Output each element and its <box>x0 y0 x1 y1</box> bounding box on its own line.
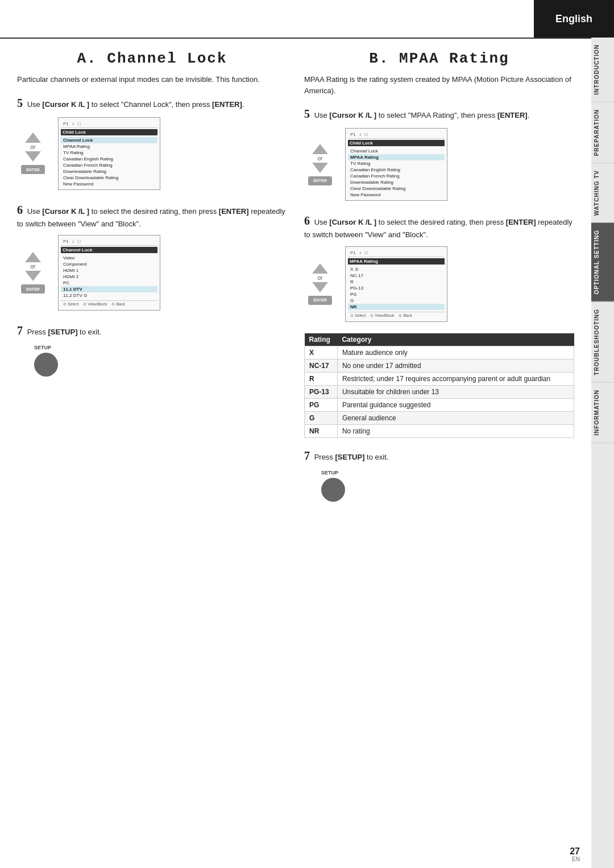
mpaa-step6-text: Use [Cursor K /L ] to select the desired… <box>304 218 572 239</box>
table-row: X Mature audience only <box>305 346 574 359</box>
enter-button-icon: ENTER <box>21 165 45 174</box>
mpaa-step5-header: 5 Use [Cursor K /L ] to select "MPAA Rat… <box>304 105 574 122</box>
category-value-nc17: No one under 17 admitted <box>337 359 574 372</box>
bottom-select: ⊙ Select <box>63 302 78 307</box>
menu-new-password: New Password <box>61 181 157 187</box>
screen-title-mpaa-rating: MPAA Rating <box>348 258 445 264</box>
sidebar-tab-optional[interactable]: OPTIONAL SETTING <box>591 223 614 302</box>
mpaa-menu-canadian-french: Canadian French Rating <box>348 173 445 179</box>
rating-value-r: R <box>305 372 338 385</box>
main-content: A. Channel Lock Particular channels or e… <box>0 39 591 524</box>
arrow-up-icon-2 <box>25 252 41 262</box>
arrow-up-icon-4 <box>312 263 328 274</box>
menu-11-1-dtv: 11.1 DTV <box>61 286 157 292</box>
remote-control-step5: or ENTER <box>17 133 49 174</box>
menu-canadian-french: Canadian French Rating <box>61 162 157 168</box>
rating-r: R <box>348 279 445 285</box>
mpaa-step6-number: 6 <box>304 212 310 229</box>
arrow-down-icon-3 <box>312 163 328 173</box>
rating-g: G <box>348 297 445 304</box>
table-header-rating: Rating <box>305 333 338 346</box>
screen-title-channellock: Channel Lock <box>61 247 157 253</box>
channel-lock-title: A. Channel Lock <box>17 50 287 67</box>
remote-control-mpaa-step5: or ENTER <box>304 144 336 185</box>
music-icon-2: ♪ <box>72 239 74 244</box>
rating-value-g: G <box>305 411 338 424</box>
sidebar-tab-watching[interactable]: WATCHING TV <box>591 163 614 223</box>
sidebar-tab-troubleshooting[interactable]: TROUBLESHOOTING <box>591 302 614 383</box>
mpaa-rating-intro: MPAA Rating is the rating system created… <box>304 74 574 96</box>
menu-channel-lock: Channel Lock <box>61 137 157 143</box>
table-row: G General audience <box>305 411 574 424</box>
sidebar-tab-information[interactable]: INFORMATION <box>591 383 614 443</box>
mpaa-menu-clear-downloadable: Clear Downloadable Rating <box>348 185 445 192</box>
enter-button-icon-3: ENTER <box>308 176 332 185</box>
table-row: PG-13 Unsuitable for children under 13 <box>305 385 574 398</box>
mpaa-step5-number: 5 <box>304 105 310 122</box>
mpaa-step7-text: Press [SETUP] to exit. <box>314 453 389 461</box>
mpaa-menu-tv-rating: TV Rating <box>348 160 445 167</box>
category-value-x: Mature audience only <box>337 346 574 359</box>
step5-header: 5 Use [Cursor K /L ] to select "Channel … <box>17 94 287 111</box>
settings-icon-2: □ <box>78 239 81 244</box>
step6-visual: or ENTER P1 ♪ □ Channel Lock Video Compo… <box>17 235 287 311</box>
rating-nc17: NC-17 <box>348 272 445 279</box>
menu-canadian-english: Canadian English Rating <box>61 156 157 162</box>
p1-icon-3: P1 <box>350 132 356 137</box>
screen-title-childlock-mpaa: Child Lock <box>348 140 445 146</box>
sidebar-tab-introduction[interactable]: INTRODUCTION <box>591 38 614 102</box>
mpaa-step6-visual: or ENTER P1 ♪ □ MPAA Rating X ⊙ NC-17 <box>304 246 574 322</box>
mpaa-step7-header: 7 Press [SETUP] to exit. <box>304 447 574 464</box>
p1-icon: P1 <box>63 121 69 126</box>
mpaa-bottom-viewblock: ⊙ View/Block <box>370 313 394 318</box>
right-sidebar: INTRODUCTION PREPARATION WATCHING TV OPT… <box>591 38 614 868</box>
menu-tv-rating: TV Rating <box>61 150 157 156</box>
music-icon-3: ♪ <box>359 132 362 137</box>
p1-icon-2: P1 <box>63 239 69 244</box>
menu-video: Video <box>61 255 157 261</box>
rating-pg: PG <box>348 291 445 297</box>
remote-control-step6: or ENTER <box>17 252 49 294</box>
rating-nr: NR <box>348 304 445 310</box>
page-number: 27 <box>570 846 580 857</box>
setup-button-right <box>321 478 345 502</box>
arrow-down-icon-2 <box>25 271 41 281</box>
table-header-category: Category <box>337 333 574 346</box>
menu-hdmi1: HDMI 1 <box>61 267 157 274</box>
mpaa-menu-downloadable: Downloadable Rating <box>348 179 445 185</box>
mpaa-step7: 7 Press [SETUP] to exit. SETUP <box>304 447 574 502</box>
mpaa-rating-table: Rating Category X Mature audience only N… <box>304 333 574 438</box>
menu-hdmi2: HDMI 2 <box>61 274 157 280</box>
screen-step5-left: P1 ♪ □ Child Lock Channel Lock MPAA Rati… <box>58 117 160 190</box>
screen-icons-4: P1 ♪ □ <box>348 249 445 257</box>
page-en: EN <box>572 856 580 862</box>
arrow-down-icon <box>25 151 41 162</box>
arrow-down-icon-4 <box>312 282 328 292</box>
rating-x: X ⊙ <box>348 266 445 272</box>
step7-number: 7 <box>17 322 23 339</box>
step5-text: Use [Cursor K /L ] to select "Channel Lo… <box>27 100 244 109</box>
sidebar-tab-preparation[interactable]: PREPARATION <box>591 102 614 163</box>
enter-button-icon-2: ENTER <box>21 284 45 294</box>
screen-icons: P1 ♪ □ <box>61 120 157 128</box>
menu-component: Component <box>61 261 157 267</box>
arrow-up-icon <box>25 133 41 143</box>
channel-lock-intro: Particular channels or external input mo… <box>17 74 287 85</box>
mpaa-step6: 6 Use [Cursor K /L ] to select the desir… <box>304 212 574 322</box>
step7-visual-right: SETUP <box>321 470 574 502</box>
screen-step6-left: P1 ♪ □ Channel Lock Video Component HDMI… <box>58 235 160 311</box>
arrow-up-icon-3 <box>312 144 328 154</box>
screen-mpaa-step5: P1 ♪ □ Child Lock Channel Lock MPAA Rati… <box>345 128 447 201</box>
step7-visual-left: SETUP <box>34 345 287 377</box>
screen-bottom-bar-mpaa: ⊙ Select ⊙ View/Block ⊙ Back <box>348 312 445 319</box>
mpaa-bottom-back: ⊙ Back <box>399 313 412 318</box>
setup-button-left <box>34 353 58 377</box>
two-column-layout: A. Channel Lock Particular channels or e… <box>17 50 574 513</box>
screen-bottom-bar-left: ⊙ Select ⊙ View/Block ⊙ Back <box>61 300 157 308</box>
category-value-nr: No rating <box>337 424 574 437</box>
bottom-back: ⊙ Back <box>111 302 125 307</box>
language-bar: English <box>534 0 614 38</box>
rating-value-pg13: PG-13 <box>305 385 338 398</box>
channel-lock-step6: 6 Use [Cursor K /L ] to select the desir… <box>17 201 287 311</box>
remote-control-mpaa-step6: or ENTER <box>304 263 336 305</box>
